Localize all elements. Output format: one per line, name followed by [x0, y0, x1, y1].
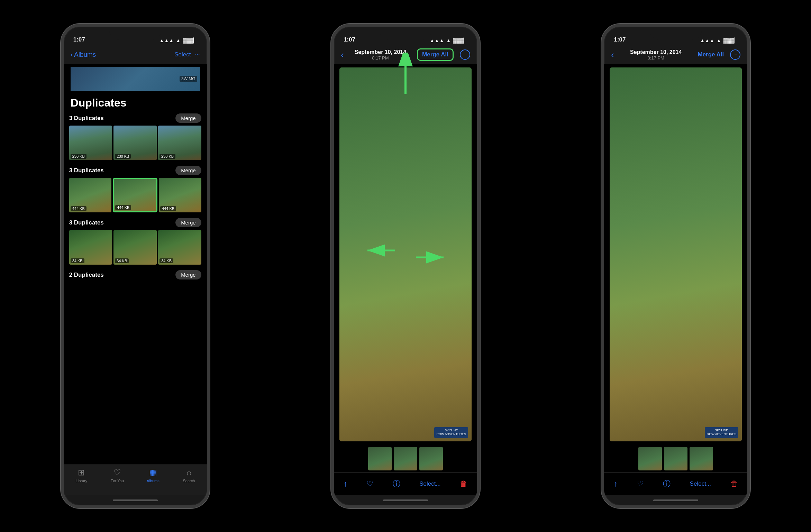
notch-2 — [380, 27, 431, 40]
group-label-1: 3 Duplicates — [69, 115, 104, 122]
heart-icon-3[interactable]: ♡ — [637, 479, 644, 488]
duplicate-group-1: 3 Duplicates Merge 230 KB 230 KB 230 KB — [64, 113, 207, 166]
search-icon: ⌕ — [186, 468, 191, 477]
photo-row-2: 444 KB 444 KB 444 KB — [69, 178, 201, 212]
albums-label: Albums — [147, 479, 160, 483]
duplicate-group-3: 3 Duplicates Merge 34 KB 34 KB 34 KB — [64, 218, 207, 270]
photo-thumb-3-2[interactable]: 34 KB — [113, 230, 157, 265]
info-icon-3[interactable]: ⓘ — [663, 479, 671, 489]
nav-actions-1: Select ··· — [174, 51, 200, 58]
select-button-1[interactable]: Select — [174, 51, 191, 58]
strip-thumb-2-2[interactable] — [394, 447, 417, 470]
tab-search[interactable]: ⌕ Search — [171, 468, 207, 483]
top-photo-strip: 3W MG — [71, 67, 200, 91]
trash-icon-3[interactable]: 🗑 — [730, 479, 738, 488]
more-button-3[interactable]: ··· — [730, 49, 740, 60]
tab-foryou[interactable]: ♡ For You — [99, 468, 135, 483]
notch-3 — [650, 27, 702, 40]
merge-button-2[interactable]: Merge — [175, 166, 201, 175]
group-label-3: 3 Duplicates — [69, 219, 104, 226]
strip-thumb-img-3-1 — [638, 447, 662, 470]
status-icons-1: ▲▲▲ ▲ ▓▓▓▏ — [160, 38, 197, 43]
photo-toolbar-3: ↑ ♡ ⓘ Select... 🗑 — [604, 473, 747, 495]
photo-thumb-1-1[interactable]: 230 KB — [69, 126, 112, 160]
main-photo-img-2 — [339, 67, 472, 441]
photo-thumb-2-3[interactable]: 444 KB — [159, 178, 201, 212]
share-icon-3[interactable]: ↑ — [614, 479, 618, 488]
back-button-3[interactable]: ‹ — [611, 49, 614, 60]
heart-icon-2[interactable]: ♡ — [366, 479, 373, 488]
tab-albums[interactable]: ▦ Albums — [135, 468, 171, 483]
date-title-3: September 10, 2014 — [614, 49, 698, 55]
time-sub-2: 8:17 PM — [344, 55, 417, 61]
strip-thumb-2-1[interactable] — [368, 447, 392, 470]
dots-icon-3: ··· — [733, 52, 737, 57]
strip-thumb-3-1[interactable] — [638, 447, 662, 470]
wifi-icon-3: ▲ — [717, 38, 721, 43]
merge-all-button-3[interactable]: Merge All — [698, 51, 724, 58]
time-2: 1:07 — [344, 36, 355, 43]
signal-icon-1: ▲▲▲ — [160, 38, 174, 43]
skyline-logo-2: SKYLINEROW ADVENTURES — [434, 427, 468, 438]
photo-size-3-2: 34 KB — [115, 258, 129, 263]
share-icon-2[interactable]: ↑ — [344, 479, 347, 488]
merge-all-button-2[interactable]: Merge All — [417, 48, 454, 61]
nav-actions-2: Merge All ··· — [417, 48, 470, 61]
nav-bar-3: ‹ September 10, 2014 8:17 PM Merge All ·… — [604, 45, 747, 64]
photo-size-1-1: 230 KB — [71, 154, 86, 159]
photo-thumb-2-2[interactable]: 444 KB — [113, 178, 157, 212]
screen-1: 3W MG Duplicates 3 Duplicates Merge 230 … — [64, 64, 207, 464]
main-photo-2: SKYLINEROW ADVENTURES — [339, 67, 472, 441]
photo-thumb-1-2[interactable]: 230 KB — [113, 126, 157, 160]
foryou-label: For You — [111, 479, 124, 483]
home-bar-1 — [113, 499, 158, 501]
info-icon-2[interactable]: ⓘ — [393, 479, 400, 489]
thumb-strip-2 — [334, 445, 477, 473]
photo-thumb-2-1[interactable]: 444 KB — [69, 178, 112, 212]
home-indicator-2 — [334, 495, 477, 505]
back-button-1[interactable]: ‹ Albums — [71, 51, 96, 58]
notch-1 — [109, 27, 161, 40]
photo-size-3-1: 34 KB — [71, 258, 84, 263]
page-title-1: Duplicates — [71, 97, 127, 109]
tab-library[interactable]: ⊞ Library — [64, 468, 100, 483]
select-button-2[interactable]: Select... — [419, 480, 440, 487]
home-indicator-3 — [604, 495, 747, 505]
search-label: Search — [183, 479, 195, 483]
time-sub-3: 8:17 PM — [614, 55, 698, 61]
merge-button-4[interactable]: Merge — [175, 270, 201, 279]
home-bar-2 — [383, 499, 428, 501]
time-3: 1:07 — [614, 36, 626, 43]
photo-toolbar-2: ↑ ♡ ⓘ Select... 🗑 — [334, 473, 477, 495]
strip-thumb-3-3[interactable] — [690, 447, 713, 470]
status-icons-2: ▲▲▲ ▲ ▓▓▓▏ — [430, 38, 467, 43]
main-photo-3: SKYLINEROW ADVENTURES — [610, 67, 742, 441]
strip-thumb-img-3-3 — [690, 447, 713, 470]
merge-button-1[interactable]: Merge — [175, 113, 201, 123]
photo-thumb-3-3[interactable]: 34 KB — [158, 230, 201, 265]
trash-icon-2[interactable]: 🗑 — [460, 479, 467, 488]
photo-size-2-2: 444 KB — [115, 205, 131, 210]
battery-icon-1: ▓▓▓▏ — [183, 38, 197, 43]
strip-thumb-img-2-3 — [419, 447, 443, 470]
photo-viewer-2: SKYLINEROW ADVENTURES — [334, 64, 477, 495]
group-label-2: 3 Duplicates — [69, 167, 104, 174]
back-button-2[interactable]: ‹ — [341, 49, 344, 60]
strip-thumb-2-3[interactable] — [419, 447, 443, 470]
more-button-2[interactable]: ··· — [460, 49, 470, 60]
duplicate-group-2: 3 Duplicates Merge 444 KB 444 KB 444 KB — [64, 166, 207, 218]
more-button-1[interactable]: ··· — [195, 51, 200, 58]
dots-icon-2: ··· — [463, 52, 467, 57]
strip-thumb-3-2[interactable] — [664, 447, 687, 470]
photo-thumb-3-1[interactable]: 34 KB — [69, 230, 112, 265]
foryou-icon: ♡ — [113, 468, 121, 477]
chevron-left-icon-1: ‹ — [71, 51, 73, 58]
merge-button-3[interactable]: Merge — [175, 218, 201, 227]
main-photo-img-3 — [610, 67, 742, 441]
library-icon: ⊞ — [78, 468, 85, 477]
phone-2: 1:07 ▲▲▲ ▲ ▓▓▓▏ ‹ September 10, 2014 8:1… — [331, 24, 480, 508]
select-button-3[interactable]: Select... — [690, 480, 711, 487]
photo-thumb-1-3[interactable]: 230 KB — [158, 126, 201, 160]
photo-size-1-3: 230 KB — [160, 154, 175, 159]
battery-icon-3: ▓▓▓▏ — [723, 38, 738, 43]
